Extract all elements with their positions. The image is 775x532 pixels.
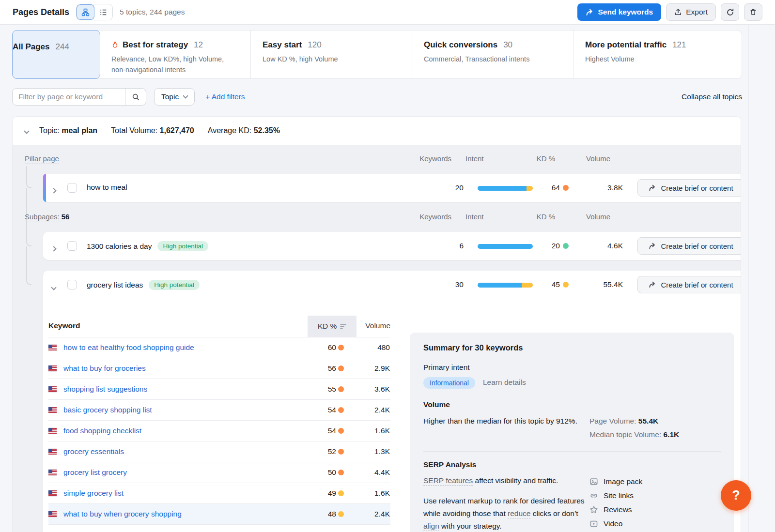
tree-view-button[interactable] [77,4,94,20]
kd-dot [563,282,569,288]
us-flag-icon [48,386,57,392]
keyword-link[interactable]: basic grocery shopping list [63,406,152,414]
pillar-page-label[interactable]: Pillar page [25,154,59,164]
serp-features-list: Image pack Site links [589,474,693,532]
send-keywords-button[interactable]: Send keywords [577,3,661,21]
delete-button[interactable] [744,3,762,21]
kd-value: 64 [531,183,560,192]
reviews-icon [589,505,598,514]
keyword-row: grocery essentials 52 1.3K [48,441,390,462]
kd-dot [338,365,344,371]
keywords-count: 30 [434,280,464,289]
learn-details-link[interactable]: Learn details [483,378,526,388]
keyword-row: food shopping checklist 54 1.6K [48,421,390,441]
volume-section-title: Volume [423,400,721,409]
average-kd-value: 52.35% [254,126,280,135]
kd-dot [563,185,569,191]
page-title-link[interactable]: how to meal [87,183,127,192]
topic-body: Pillar page Keywords Intent KD % Volume … [13,145,741,532]
keyword-table-header: Keyword KD % Volume [48,316,390,337]
export-button[interactable]: Export [666,3,716,21]
serp-feature-item: Reviews [589,502,693,517]
median-volume-label: Median topic Volume: [589,430,661,439]
keyword-link[interactable]: grocery list grocery [63,468,127,477]
tab-quick-conversions[interactable]: Quick conversions30 Commercial, Transact… [412,30,574,78]
page-volume-label: Page Volume: [589,417,636,425]
row-checkbox[interactable] [67,280,77,289]
tab-all-pages[interactable]: All Pages244 [12,30,100,79]
chevron-down-icon [51,285,56,290]
average-kd-label: Average KD: [208,126,251,135]
filter-bar: Topic + Add filters Collapse all topics [12,88,742,106]
subpage-row-head: grocery list ideas High potential 30 45 … [43,271,741,299]
keywords-count: 6 [434,242,464,250]
volume-value: 1.3K [349,447,390,456]
keyword-row: what to buy when grocery shopping 48 2.4… [48,504,390,525]
keyword-link[interactable]: food shopping checklist [63,426,141,435]
expand-row-button[interactable] [52,186,56,195]
collapse-row-button[interactable] [52,283,56,291]
expanded-row-body: Keyword KD % Volume [43,316,741,532]
list-icon [99,8,108,16]
subpages-label[interactable]: Subpages: [25,213,60,222]
keyword-row: simple grocery list 49 1.6K [48,483,390,504]
add-filters-link[interactable]: + Add filters [205,92,245,101]
serp-intro-text: SERP features affect visibility and traf… [423,474,586,487]
help-button[interactable]: ? [721,480,751,511]
refresh-button[interactable] [721,3,739,21]
expand-row-button[interactable] [52,244,56,253]
row-checkbox[interactable] [67,241,77,251]
image-pack-icon [589,477,598,486]
us-flag-icon [48,365,57,371]
create-brief-button[interactable]: Create brief or content [637,237,741,255]
col-kd-sort[interactable]: KD % [308,316,356,337]
tab-best-for-strategy[interactable]: Best for strategy12 Relevance, Low KD%, … [100,30,251,78]
kd-dot [338,511,344,517]
keyword-link[interactable]: grocery essentials [63,447,124,456]
page-title-link[interactable]: 1300 calories a day [87,242,152,251]
filter-search [12,88,146,106]
kd-dot [338,449,344,455]
align-link[interactable]: align [423,522,439,531]
chevron-right-icon [51,246,56,251]
col-keyword: Keyword [48,321,80,330]
col-keywords: Keywords [414,154,451,163]
row-checkbox[interactable] [67,183,77,193]
search-button[interactable] [125,89,146,105]
kd-value: 56 [307,364,336,373]
subpages-count: 56 [62,213,70,221]
keyword-link[interactable]: how to eat healthy food shopping guide [63,343,194,352]
list-view-button[interactable] [94,4,112,20]
search-input[interactable] [13,89,125,105]
topic-filter-dropdown[interactable]: Topic [154,88,195,106]
primary-intent-label: Primary intent [423,363,721,372]
us-flag-icon [48,428,57,434]
kd-dot [563,243,569,249]
trash-icon [749,8,757,16]
volume-value: 2.9K [349,364,390,373]
kd-value: 48 [307,510,336,518]
tab-more-potential-traffic[interactable]: More potential traffic121 Highest Volume [574,30,742,78]
keyword-link[interactable]: shopping list suggestions [63,385,147,394]
keyword-link[interactable]: what to buy for groceries [63,364,146,373]
collapse-all-topics-link[interactable]: Collapse all topics [682,92,742,101]
topic-collapse-button[interactable] [25,126,29,135]
col-intent: Intent [465,213,484,221]
create-brief-button[interactable]: Create brief or content [637,179,741,197]
sort-desc-icon [340,324,346,329]
page-title-link[interactable]: grocery list ideas [87,281,143,289]
col-intent: Intent [465,154,484,163]
create-brief-button[interactable]: Create brief or content [637,276,741,293]
keyword-link[interactable]: what to buy when grocery shopping [63,510,182,518]
kd-dot [338,407,344,413]
serp-features-link[interactable]: SERP features [423,476,473,486]
topic-card: Topic: meal plan Total Volume: 1,627,470… [12,116,741,532]
keywords-summary-panel: Summary for 30 keywords Primary intent I… [410,333,734,532]
tab-easy-start[interactable]: Easy start120 Low KD %, high Volume [251,30,412,78]
send-arrow-icon [649,281,656,288]
volume-value: 1.6K [349,489,390,498]
reduce-link[interactable]: reduce [508,509,530,518]
keyword-row: shopping list suggestions 55 3.6K [48,379,390,400]
keyword-link[interactable]: simple grocery list [63,489,124,498]
app-header: Pages Details [0,0,775,25]
